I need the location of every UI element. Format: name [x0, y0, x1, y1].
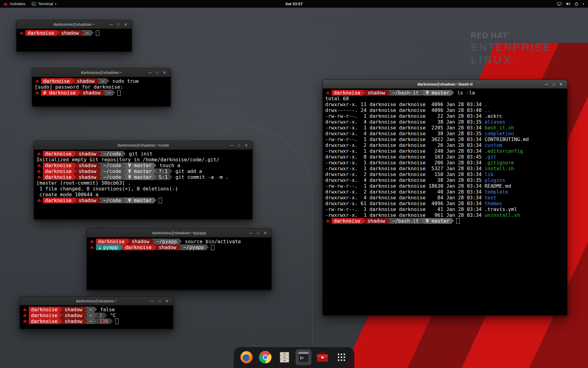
close-button[interactable]: ✕	[123, 21, 129, 29]
powerline-arrow	[123, 174, 126, 180]
minimize-button[interactable]: —	[229, 141, 235, 150]
terminal-line: darknoiseshadow~ sudo true	[35, 78, 168, 84]
powerline-arrow	[94, 318, 97, 324]
command-text: sudo true	[109, 78, 139, 84]
powerline-arrow	[74, 163, 77, 168]
window-titlebar[interactable]: darknoise@shadow:~/bash-it — □ ✕	[323, 80, 567, 89]
file-meta: -rwxrwxr-x. 1 darknoise darknoise 206 Ja…	[325, 160, 484, 166]
close-button[interactable]: ✕	[558, 80, 564, 89]
minimize-button[interactable]: —	[544, 80, 550, 89]
svg-text:$>: $>	[300, 356, 304, 360]
minimize-button[interactable]: —	[248, 229, 254, 237]
window-titlebar[interactable]: darknoise@shadow:~/code — □ ✕	[34, 141, 252, 150]
prompt-segment-path: ~/code	[101, 174, 123, 180]
window-titlebar[interactable]: darknoise@shadow:~ — □ ✕	[17, 20, 132, 29]
terminal-cursor	[115, 319, 119, 324]
prompt-segment-user: darknoise	[29, 307, 60, 312]
window-controls: — □ ✕	[147, 68, 168, 77]
terminal-line: # darknoiseshadow~	[35, 90, 168, 96]
close-button[interactable]: ✕	[243, 141, 249, 150]
window-titlebar[interactable]: darknoise@shadow:~/pyapp — □ ✕	[87, 229, 271, 237]
activities-button[interactable]: Activities	[0, 0, 28, 8]
window-controls: — □ ✕	[229, 141, 249, 150]
powerline-arrow	[74, 174, 77, 180]
powerline-arrow	[120, 244, 123, 250]
file-meta: drwxrwxr-x. 4 darknoise darknoise 38 Jan…	[325, 119, 484, 125]
redhat-logo-icon	[3, 2, 8, 6]
powerline-arrow	[74, 197, 77, 203]
redhat-prompt-icon	[326, 91, 330, 94]
redhat-prompt-icon	[37, 198, 41, 202]
close-button[interactable]: ✕	[161, 69, 168, 77]
terminal-line: create mode 100644 a	[36, 192, 250, 197]
git-branch-icon: Ψ	[426, 90, 432, 96]
minimize-button[interactable]: —	[149, 297, 156, 305]
prompt-segment-path: ~/pyapp	[154, 239, 179, 244]
prompt-segment-user: darknoise	[43, 174, 74, 180]
terminal-content[interactable]: darknoiseshadow~/pyapp source bin/activa…	[87, 237, 271, 289]
powerline-arrow	[85, 312, 87, 318]
window-titlebar[interactable]: darknoise@shadow:~ — □ ✕	[32, 68, 171, 77]
terminal-content[interactable]: darknoiseshadow~/bash-itΨ master ls -lat…	[323, 89, 567, 315]
system-status-area[interactable]: ▾	[557, 0, 588, 8]
file-name: ..	[484, 107, 490, 113]
powerline-arrow	[170, 174, 172, 180]
terminal-line: pyappdarknoiseshadow~/pyapp	[89, 244, 269, 250]
prompt-segment-host: shadow	[77, 197, 99, 203]
powerline-arrow	[123, 151, 126, 156]
minimize-button[interactable]: —	[108, 21, 114, 29]
prompt-segment-git: Ψ master	[424, 90, 451, 96]
redhat-prompt-icon	[37, 163, 41, 167]
minimize-button[interactable]: —	[147, 69, 153, 77]
powerline-arrow	[421, 90, 424, 95]
dock-files[interactable]	[277, 349, 292, 365]
terminal-window-home-1: darknoise@shadow:~ — □ ✕ darknoiseshadow…	[16, 20, 132, 52]
powerline-arrow	[123, 197, 126, 203]
maximize-button[interactable]: □	[156, 297, 163, 305]
prompt-segment-venv: pyapp	[96, 244, 120, 250]
powerline-arrow	[97, 78, 100, 84]
maximize-button[interactable]: □	[255, 229, 261, 237]
dock-show-applications[interactable]	[334, 349, 349, 365]
prompt-segment-host: shadow	[77, 163, 99, 168]
command-text: git init	[126, 151, 153, 157]
close-button[interactable]: ✕	[262, 229, 268, 237]
terminal-line: drwxrwxr-x. 2 darknoise darknoise 40 Jan…	[325, 189, 565, 195]
terminal-line: total 68	[325, 96, 565, 102]
powerline-arrow	[103, 90, 105, 95]
prompt-segment-git: Ψ master	[126, 168, 154, 174]
maximize-button[interactable]: □	[154, 69, 160, 77]
maximize-button[interactable]: □	[236, 141, 242, 150]
terminal-content[interactable]: darknoiseshadow~ sudo true[sudo] passwor…	[32, 77, 170, 106]
dock-toolbox[interactable]	[315, 349, 330, 365]
terminal-content[interactable]: darknoiseshadow~ false darknoiseshadow~1…	[20, 305, 173, 328]
powerline-arrow	[94, 307, 97, 312]
maximize-button[interactable]: □	[115, 21, 121, 29]
prompt-segment-user: darknoise	[332, 90, 363, 96]
app-menu-terminal[interactable]: > Terminal ▾	[28, 0, 59, 8]
terminal-content[interactable]: darknoiseshadow~/code git initInitialize…	[34, 150, 252, 219]
prompt-segment-path: ~/code	[101, 163, 123, 168]
dock-firefox[interactable]	[239, 349, 254, 365]
command-text: false	[97, 307, 115, 312]
window-titlebar[interactable]: darknoise@shadow:~ — □ ✕	[20, 297, 173, 305]
terminal-content[interactable]: darknoiseshadow~	[17, 29, 131, 51]
prompt-segment-path: ~	[87, 312, 95, 318]
dock-terminal[interactable]: $>	[296, 349, 311, 365]
terminal-line: [sudo] password for darknoise:	[35, 84, 168, 90]
close-button[interactable]: ✕	[164, 297, 170, 305]
app-grid-icon	[335, 351, 348, 364]
branding-linux: LINUX®	[471, 54, 552, 66]
redhat-prompt-icon	[35, 91, 40, 94]
clock[interactable]: Sat 03:57	[285, 2, 303, 6]
prompt-segment-host: shadow	[365, 218, 387, 224]
terminal-window-code: darknoise@shadow:~/code — □ ✕ darknoises…	[34, 141, 253, 220]
prompt-segment-path: ~	[87, 307, 95, 312]
terminal-line: drwxrwxr-x. 4 darknoise darknoise 84 Jan…	[325, 195, 565, 201]
powerline-arrow	[206, 244, 209, 250]
maximize-button[interactable]: □	[551, 80, 557, 89]
terminal-line: darknoiseshadow~/codeΨ master	[36, 197, 250, 203]
prompt-segment-host: shadow	[77, 151, 99, 157]
prompt-segment-err: 1	[97, 312, 104, 318]
dock-chrome[interactable]	[258, 349, 273, 365]
